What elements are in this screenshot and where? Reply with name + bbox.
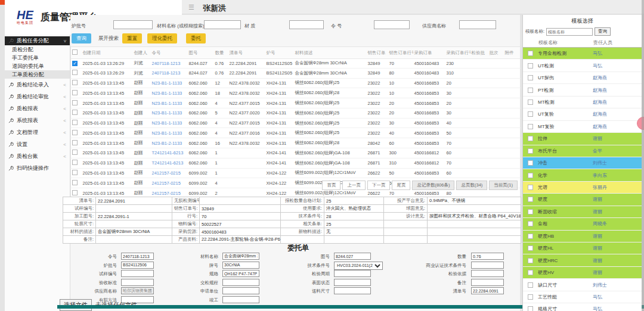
reset-button[interactable]: 重置 <box>122 33 142 43</box>
template-person[interactable]: 金平 <box>593 148 634 154</box>
pager-btn-2[interactable]: 下一页 <box>367 181 391 190</box>
template-row[interactable]: UT复验赵海燕 <box>523 108 642 120</box>
template-row[interactable]: UT探伤赵海燕 <box>523 72 642 84</box>
template-checkbox[interactable] <box>528 160 533 166</box>
form-input-竣工[interactable] <box>222 296 259 303</box>
template-name-input[interactable] <box>546 28 593 36</box>
commission-button[interactable]: 委托 <box>186 33 206 43</box>
sidebar-group-1[interactable]: 质检结论审批< <box>5 91 70 102</box>
row-checkbox[interactable] <box>72 70 78 75</box>
template-checkbox[interactable] <box>528 270 533 275</box>
row-checkbox[interactable] <box>72 140 78 145</box>
template-checkbox[interactable] <box>528 148 533 154</box>
sidebar-group-0[interactable]: 质检结论录入< <box>5 79 70 91</box>
table-row[interactable]: 2025-01-03 13:13:45赵丽N23-B1-1-11336062.0… <box>71 88 521 98</box>
order-link[interactable]: 2412157-0215 <box>151 168 188 178</box>
template-person[interactable]: 李向东 <box>593 172 634 179</box>
template-person[interactable]: 谢丽 <box>593 245 634 251</box>
material-input[interactable] <box>289 20 324 29</box>
order-link[interactable]: N23-B1-1-1133 <box>151 108 188 118</box>
sidebar-group-6[interactable]: 质检台账< <box>5 150 70 162</box>
order-link[interactable]: N23-B1-1-1133 <box>151 118 188 128</box>
sidebar-item-3[interactable]: 工单质检分配 <box>5 70 70 79</box>
table-row[interactable]: 2025-01-03 13:13:45赵丽N23-B1-1-11336062.0… <box>71 108 521 118</box>
order-link[interactable]: N23-B1-1-1133 <box>151 128 188 138</box>
template-row[interactable]: 硬度HL谢丽 <box>523 242 642 254</box>
sidebar-group-4[interactable]: 文档管理< <box>5 126 70 138</box>
template-person[interactable]: 谢丽 <box>593 196 634 203</box>
pager-btn-1[interactable]: 上一页 <box>342 181 366 190</box>
template-person[interactable]: 马弘 <box>593 50 634 57</box>
template-checkbox[interactable] <box>528 51 533 56</box>
row-checkbox[interactable] <box>72 110 78 115</box>
form-input-图号[interactable] <box>334 253 371 260</box>
template-person[interactable]: 刘伟士 <box>593 282 634 288</box>
form-select-技术条件号[interactable]: HVC03.2024-011(2) <box>334 262 383 270</box>
sidebar-group-5[interactable]: 设置< <box>5 138 70 150</box>
expand-search-button[interactable]: 展开搜索 <box>94 33 123 43</box>
template-checkbox[interactable] <box>528 209 533 214</box>
template-person[interactable]: 马弘 <box>593 294 634 300</box>
template-person[interactable]: 谢丽 <box>593 135 634 142</box>
supplier-input[interactable] <box>459 20 496 29</box>
form-input-备注[interactable] <box>471 279 504 286</box>
template-person[interactable]: 赵海燕 <box>593 99 634 105</box>
sidebar-group-7[interactable]: 扫码快捷操作 <box>5 162 70 174</box>
template-person[interactable]: 谢丽 <box>593 269 634 276</box>
template-person[interactable]: 周晓冬 <box>593 220 634 227</box>
template-row[interactable]: 工艺性能马弘 <box>523 291 642 303</box>
template-row[interactable]: UT检测马弘 <box>523 60 642 71</box>
template-checkbox[interactable] <box>528 197 533 202</box>
table-row[interactable]: 2025-01-03 13:13:45赵丽N23-B1-1-11336062.0… <box>71 98 521 108</box>
template-checkbox[interactable] <box>528 124 533 129</box>
order-link[interactable]: T2412141-6213 <box>151 158 188 168</box>
order-link[interactable]: N23-B1-1-1133 <box>151 78 188 88</box>
template-checkbox[interactable] <box>528 185 533 190</box>
template-row[interactable]: 布氏平台金平 <box>523 145 642 157</box>
table-row[interactable]: 2025-01-03 13:13:45赵丽N23-B1-1-11336062.0… <box>71 78 521 88</box>
query-button[interactable]: 查询 <box>72 33 91 43</box>
select-all-checkbox[interactable] <box>72 49 78 55</box>
template-checkbox[interactable] <box>528 136 533 141</box>
template-checkbox[interactable] <box>528 75 533 80</box>
template-person[interactable]: 张丽丹 <box>593 184 634 191</box>
table-row[interactable]: 2025-01-03 13:13:45赵丽2412157-02156099.00… <box>71 168 521 178</box>
material-name-input[interactable] <box>204 20 241 29</box>
template-person[interactable]: 赵海燕 <box>593 123 634 130</box>
template-row[interactable]: MT复验赵海燕 <box>523 121 642 133</box>
template-checkbox[interactable] <box>528 245 533 251</box>
sidebar-group-2[interactable]: 质检报表< <box>5 102 70 114</box>
current-user-name[interactable]: 张新洪 <box>203 3 226 14</box>
template-checkbox[interactable] <box>528 173 533 178</box>
template-checkbox[interactable] <box>528 63 533 69</box>
template-row[interactable]: 硬度HV谢丽 <box>523 267 642 279</box>
template-row[interactable]: 冲击刘伟士 <box>523 157 642 169</box>
pager-btn-3[interactable]: 尾页 <box>392 181 410 190</box>
form-input-检验周期[interactable] <box>334 270 371 277</box>
order-link[interactable]: N23-B1-1-1133 <box>151 88 188 98</box>
row-checkbox[interactable] <box>72 80 78 85</box>
form-input-表面状态[interactable] <box>334 279 371 286</box>
table-row[interactable]: 2025-01-03 13:13:45赵丽N23-B1-1-11336062.0… <box>71 128 521 138</box>
template-person[interactable]: 赵海燕 <box>593 87 634 94</box>
panel-query-button[interactable]: 查询 <box>595 27 611 36</box>
template-row[interactable]: 化学李向东 <box>523 169 642 181</box>
template-row[interactable]: 硬度HB谢丽 <box>523 231 642 242</box>
template-person[interactable]: 谢丽 <box>593 209 634 215</box>
table-row[interactable]: 2025-01-03 13:13:45赵丽T2412141-62136062.0… <box>71 148 521 158</box>
template-row[interactable]: 断面收缩谢丽 <box>523 206 642 218</box>
template-person[interactable]: 赵海燕 <box>593 74 634 81</box>
template-person[interactable]: 马弘 <box>593 63 634 69</box>
table-row[interactable]: 2025-01-03 13:13:45赵丽N23-B1-2-11336062.0… <box>71 138 521 148</box>
form-input-检验依据[interactable] <box>471 270 504 277</box>
template-row[interactable]: 缺口尺寸刘伟士 <box>523 279 642 291</box>
order-link[interactable]: T2412141-6213 <box>151 148 188 158</box>
template-row[interactable]: 规格尺寸马弘 <box>523 303 642 311</box>
row-checkbox[interactable] <box>72 90 78 95</box>
order-no-input[interactable] <box>374 20 410 29</box>
form-input-数量[interactable] <box>471 253 504 260</box>
order-link[interactable]: N23-B1-2-1133 <box>151 138 188 148</box>
template-checkbox[interactable] <box>528 88 533 93</box>
row-checkbox[interactable] <box>72 190 78 195</box>
menu-toggle-icon[interactable]: ☰ <box>188 4 194 11</box>
